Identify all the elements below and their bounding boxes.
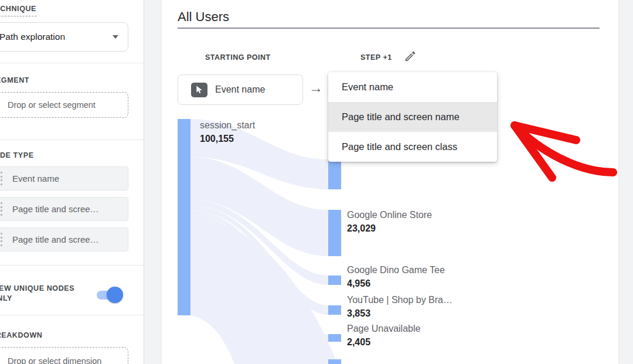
node-type-chip-event-name[interactable]: Event name xyxy=(0,166,128,190)
section-divider xyxy=(0,63,144,63)
step-dimension-dropdown: Event name Page title and screen name Pa… xyxy=(328,72,497,162)
sankey-node-google-online-store[interactable] xyxy=(328,210,341,256)
sankey-node-step1-hidden[interactable] xyxy=(328,158,341,189)
node-label-google-dino-game-tee: Google Dino Game Tee 4,956 xyxy=(347,263,445,290)
drag-handle-icon xyxy=(1,172,2,185)
sankey-node-page-unavailable[interactable] xyxy=(328,334,341,342)
segment-drop-zone[interactable]: Drop or select segment xyxy=(0,92,128,118)
breakdown-drop-placeholder: Drop or select dimension xyxy=(8,356,101,364)
breakdown-section-label: BREAKDOWN xyxy=(0,331,42,339)
drag-handle-icon xyxy=(1,202,2,216)
sankey-node-partial-bottom[interactable] xyxy=(328,359,341,364)
segment-section-label: SEGMENT xyxy=(0,76,29,84)
node-label-google-online-store: Google Online Store 23,029 xyxy=(347,208,432,235)
dropdown-item-event-name[interactable]: Event name xyxy=(328,72,497,102)
section-divider xyxy=(0,265,144,266)
sankey-node-youtube-shop-by-brand[interactable] xyxy=(328,305,341,315)
sankey-node-google-dino-game-tee[interactable] xyxy=(328,275,341,285)
node-label-youtube-shop-by-brand: YouTube | Shop by Bra… 3,853 xyxy=(347,293,452,320)
node-label-page-unavailable: Page Unavailable 2,405 xyxy=(347,322,420,349)
sankey-flows xyxy=(190,119,338,364)
technique-section-label: TECHNIQUE xyxy=(0,5,36,13)
dropdown-item-page-title-screen-name[interactable]: Page title and screen name xyxy=(328,102,497,132)
node-type-section-label: NODE TYPE xyxy=(0,151,34,159)
technique-select-value: Path exploration xyxy=(0,32,65,42)
node-type-chip-page-title-screen-class[interactable]: Page title and scree… xyxy=(0,227,128,251)
segment-drop-placeholder: Drop or select segment xyxy=(8,100,96,110)
dropdown-item-page-title-screen-class[interactable]: Page title and screen class xyxy=(328,132,497,162)
chevron-down-icon xyxy=(113,35,118,39)
technique-select[interactable]: Path exploration xyxy=(0,22,128,52)
section-divider xyxy=(0,140,144,140)
node-type-chip-page-title-screen-name[interactable]: Page title and scree… xyxy=(0,197,128,221)
section-divider xyxy=(0,315,144,315)
sankey-node-session-start[interactable] xyxy=(178,119,190,315)
node-type-chip-label: Page title and scree… xyxy=(12,204,99,214)
node-type-chip-label: Event name xyxy=(12,174,59,183)
exploration-canvas: All Users STARTING POINT STEP +1 session… xyxy=(162,0,618,364)
drag-handle-icon xyxy=(1,233,2,246)
unique-nodes-toggle-knob[interactable] xyxy=(107,287,123,303)
node-label-session-start: session_start 100,155 xyxy=(200,118,255,145)
settings-sidebar: TECHNIQUE Path exploration SEGMENT Drop … xyxy=(0,0,144,364)
node-type-chip-label: Page title and scree… xyxy=(12,234,99,244)
breakdown-drop-zone[interactable]: Drop or select dimension xyxy=(0,347,128,364)
unique-nodes-label: VIEW UNIQUE NODES ONLY xyxy=(0,284,91,304)
